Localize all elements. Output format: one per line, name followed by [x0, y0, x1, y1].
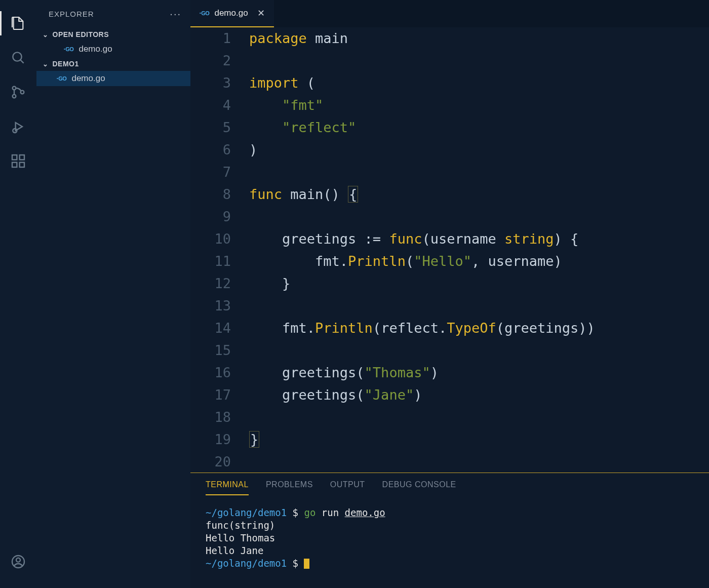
svg-point-1 — [13, 87, 16, 90]
editor-scroll[interactable]: 1234567891011121314151617181920 package … — [190, 27, 709, 473]
tab-filename: demo.go — [214, 8, 248, 18]
code-line[interactable]: greetings("Jane") — [249, 384, 709, 406]
code-line[interactable] — [249, 50, 709, 72]
folder-header[interactable]: ⌄ DEMO1 — [36, 57, 190, 71]
sidebar-header: EXPLORER ··· — [36, 0, 190, 27]
code-line[interactable]: greetings("Thomas") — [249, 362, 709, 384]
code-line[interactable]: "reflect" — [249, 116, 709, 139]
panel-tab-debug-console[interactable]: DEBUG CONSOLE — [382, 480, 456, 495]
file-name: demo.go — [71, 73, 105, 84]
panel-tabs: TERMINAL PROBLEMS OUTPUT DEBUG CONSOLE — [190, 473, 709, 495]
code-line[interactable]: func main() { — [249, 183, 709, 206]
svg-point-2 — [13, 95, 16, 98]
code-line[interactable] — [249, 339, 709, 362]
panel-tab-output[interactable]: OUTPUT — [330, 480, 365, 495]
tab-bar: GO demo.go ✕ — [190, 0, 709, 27]
go-lang-icon: GO — [64, 46, 73, 52]
code-line[interactable] — [249, 451, 709, 473]
terminal[interactable]: ~/golang/demo1 $ go run demo.go func(str… — [190, 495, 709, 588]
code-line[interactable]: fmt.Println("Hello", username) — [249, 250, 709, 272]
activity-bar — [0, 0, 36, 588]
bottom-panel: TERMINAL PROBLEMS OUTPUT DEBUG CONSOLE ~… — [190, 473, 709, 588]
activity-extensions[interactable] — [0, 144, 36, 178]
panel-tab-terminal[interactable]: TERMINAL — [206, 480, 249, 495]
svg-rect-8 — [20, 155, 24, 160]
sidebar-title: EXPLORER — [49, 10, 94, 18]
code-line[interactable]: package main — [249, 27, 709, 50]
terminal-line: ~/golang/demo1 $ — [206, 557, 694, 570]
code-line[interactable]: ) — [249, 139, 709, 161]
go-lang-icon: GO — [200, 10, 209, 16]
code-line[interactable] — [249, 206, 709, 228]
code-line[interactable]: } — [249, 428, 709, 451]
editor[interactable]: 1234567891011121314151617181920 package … — [190, 27, 709, 473]
code-line[interactable]: import ( — [249, 72, 709, 94]
main-area: GO demo.go ✕ 123456789101112131415161718… — [190, 0, 709, 588]
code-line[interactable] — [249, 295, 709, 317]
code-line[interactable]: greetings := func(username string) { — [249, 228, 709, 250]
open-editors-label: OPEN EDITORS — [53, 30, 109, 38]
terminal-line: ~/golang/demo1 $ go run demo.go — [206, 506, 694, 519]
svg-rect-6 — [12, 163, 17, 167]
open-editor-filename: demo.go — [78, 44, 112, 54]
editor-tab[interactable]: GO demo.go ✕ — [190, 0, 274, 27]
sidebar-more-icon[interactable]: ··· — [170, 8, 181, 20]
terminal-line: func(string) — [206, 519, 694, 532]
go-lang-icon: GO — [57, 75, 66, 82]
code-line[interactable]: } — [249, 272, 709, 295]
open-editors-header[interactable]: ⌄ OPEN EDITORS — [36, 27, 190, 42]
activity-explorer[interactable] — [0, 6, 36, 41]
svg-point-10 — [16, 558, 20, 562]
svg-point-3 — [21, 91, 24, 94]
code-line[interactable]: fmt.Println(reflect.TypeOf(greetings)) — [249, 317, 709, 339]
svg-rect-5 — [12, 155, 17, 160]
svg-rect-7 — [20, 163, 24, 167]
chevron-down-icon: ⌄ — [43, 60, 49, 68]
code-line[interactable] — [249, 406, 709, 428]
code-line[interactable] — [249, 161, 709, 183]
code-area[interactable]: package mainimport ( "fmt" "reflect")fun… — [245, 27, 709, 473]
open-editor-item[interactable]: GO demo.go — [36, 42, 190, 57]
sidebar: EXPLORER ··· ⌄ OPEN EDITORS GO demo.go ⌄… — [36, 0, 190, 588]
activity-source-control[interactable] — [0, 75, 36, 109]
close-icon[interactable]: ✕ — [257, 8, 265, 19]
panel-tab-problems[interactable]: PROBLEMS — [266, 480, 313, 495]
activity-account[interactable] — [0, 544, 36, 579]
terminal-line: Hello Thomas — [206, 532, 694, 544]
activity-search[interactable] — [0, 41, 36, 75]
chevron-down-icon: ⌄ — [43, 31, 49, 38]
line-gutter: 1234567891011121314151617181920 — [190, 27, 245, 473]
folder-label: DEMO1 — [53, 60, 79, 68]
terminal-cursor — [304, 559, 309, 569]
code-line[interactable]: "fmt" — [249, 94, 709, 116]
terminal-line: Hello Jane — [206, 544, 694, 557]
activity-debug[interactable] — [0, 109, 36, 144]
file-item[interactable]: GO demo.go — [36, 71, 190, 86]
